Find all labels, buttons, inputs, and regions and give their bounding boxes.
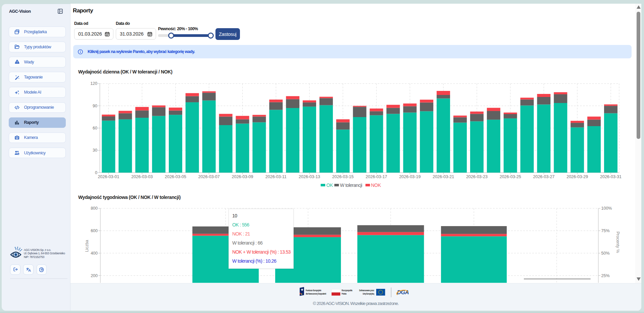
- svg-text:2026-03-15: 2026-03-15: [332, 174, 354, 179]
- svg-text:2026-03-03: 2026-03-03: [131, 174, 153, 179]
- svg-text:Procenty %: Procenty %: [615, 231, 620, 253]
- svg-text:60: 60: [93, 126, 97, 131]
- svg-text:200: 200: [91, 273, 98, 278]
- svg-text:50%: 50%: [601, 251, 610, 256]
- svg-text:100%: 100%: [601, 206, 612, 211]
- svg-text:W tolerancji: W tolerancji: [340, 182, 362, 188]
- svg-text:NOK: NOK: [371, 182, 381, 188]
- svg-text:0: 0: [95, 170, 97, 175]
- svg-text:2026-03-29: 2026-03-29: [566, 174, 588, 179]
- svg-text:2026-03-17: 2026-03-17: [366, 174, 387, 179]
- svg-text:2026-03-13: 2026-03-13: [299, 174, 320, 179]
- svg-text:Liczba: Liczba: [85, 240, 89, 252]
- svg-text:600: 600: [91, 228, 98, 233]
- svg-text:2026-03-31: 2026-03-31: [600, 174, 622, 179]
- svg-text:OK: OK: [327, 182, 334, 188]
- svg-text:2026-03-27: 2026-03-27: [533, 174, 555, 179]
- svg-text:2026-03-07: 2026-03-07: [198, 174, 220, 179]
- svg-text:75%: 75%: [601, 228, 610, 233]
- svg-text:2026-03-05: 2026-03-05: [165, 174, 186, 179]
- svg-text:400: 400: [91, 251, 98, 256]
- svg-text:90: 90: [93, 104, 97, 108]
- svg-text:2026-03-09: 2026-03-09: [232, 174, 253, 179]
- svg-text:120: 120: [90, 81, 97, 86]
- svg-text:2026-03-01: 2026-03-01: [98, 174, 119, 179]
- svg-text:2026-03-11: 2026-03-11: [265, 174, 287, 179]
- svg-text:2026-03-25: 2026-03-25: [500, 174, 521, 179]
- svg-text:2026-03-23: 2026-03-23: [466, 174, 488, 179]
- svg-text:800: 800: [91, 206, 98, 211]
- svg-text:30: 30: [93, 148, 97, 153]
- svg-text:2026-03-19: 2026-03-19: [399, 174, 420, 179]
- svg-text:25%: 25%: [601, 273, 610, 278]
- svg-text:2026-03-21: 2026-03-21: [433, 174, 454, 179]
